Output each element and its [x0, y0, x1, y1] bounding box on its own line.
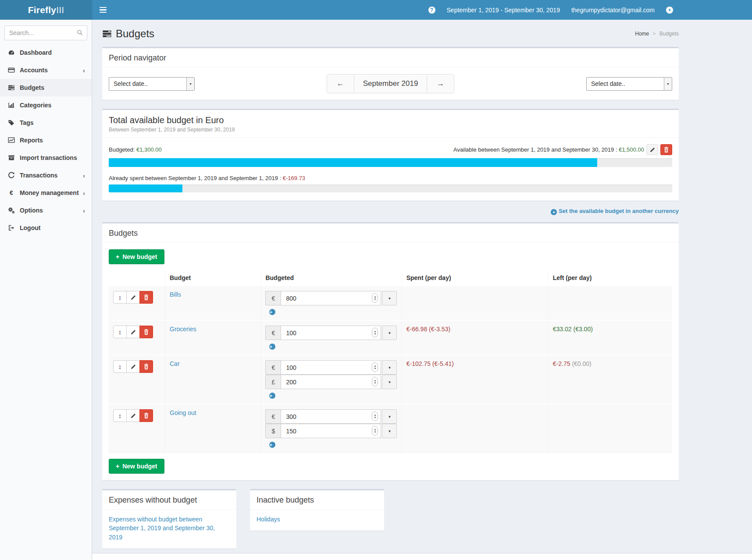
inactive-budget-link[interactable]: Holidays [257, 516, 280, 523]
number-spinner[interactable]: ▲▼ [372, 293, 378, 303]
edit-budget-button[interactable] [126, 291, 140, 304]
set-currency-link[interactable]: +Set the available budget in another cur… [551, 208, 679, 214]
sidebar-item-label: Transactions [20, 172, 57, 179]
move-budget-button[interactable]: ↕ [113, 291, 127, 304]
delete-budget-button[interactable] [139, 326, 153, 338]
move-budget-button[interactable]: ↕ [113, 409, 127, 422]
total-budget-title: Total available budget in Euro [109, 115, 672, 125]
currency-dropdown-button[interactable]: ▾ [382, 291, 397, 305]
search-input[interactable] [4, 25, 87, 40]
number-spinner[interactable]: ▲▼ [372, 411, 378, 421]
footer: Firefly III Version 4.8.1.1 [92, 553, 752, 560]
sidebar-item-import[interactable]: Import transactions [0, 149, 92, 167]
sidebar-item-options[interactable]: Options ‹ [0, 202, 92, 219]
budget-amount-input[interactable] [281, 360, 381, 375]
date-range-button[interactable]: September 1, 2019 - September 30, 2019 [441, 0, 566, 20]
sidebar-item-categories[interactable]: Categories [0, 96, 92, 114]
edit-available-button[interactable] [646, 144, 658, 155]
table-row-car: ↕ Car € ▲▼ ▾ [109, 355, 672, 404]
breadcrumb: Home > Budgets [635, 31, 679, 37]
start-date-select[interactable]: Select date.. ▾ [109, 77, 195, 91]
budget-amount-group: £ ▲▼ ▾ [265, 375, 397, 389]
move-budget-button[interactable]: ↕ [113, 360, 127, 373]
new-budget-button-top[interactable]: +New budget [109, 249, 164, 264]
period-button-group: ← September 2019 → [327, 74, 455, 93]
spent-value: €-102.75 (€-5.41) [402, 355, 548, 404]
budget-amount-input[interactable] [281, 375, 381, 389]
dashboard-icon [7, 49, 16, 56]
new-transaction-button[interactable]: + [660, 0, 679, 20]
left-value: €-2.75 (€0.00) [548, 355, 672, 404]
current-period-button[interactable]: September 2019 [354, 74, 428, 93]
move-budget-button[interactable]: ↕ [113, 326, 127, 338]
budget-amount-input[interactable] [281, 424, 381, 438]
help-button[interactable]: ? [423, 0, 441, 20]
credit-card-icon [7, 67, 16, 74]
currency-dropdown-button[interactable]: ▾ [382, 326, 397, 340]
column-header-budget: Budget [165, 270, 261, 286]
budgeted-amount: €1,300.00 [136, 146, 162, 153]
refresh-icon [7, 172, 16, 179]
budget-name-link[interactable]: Car [170, 360, 180, 367]
delete-budget-button[interactable] [139, 360, 153, 373]
budgets-box: Budgets +New budget Budget Budgeted Spen… [102, 222, 679, 480]
previous-period-button[interactable]: ← [327, 74, 354, 93]
currency-addon: £ [265, 375, 281, 389]
sidebar-item-accounts[interactable]: Accounts ‹ [0, 61, 92, 79]
currency-dropdown-button[interactable]: ▾ [382, 375, 397, 389]
delete-budget-button[interactable] [139, 409, 153, 422]
sidebar-item-reports[interactable]: Reports [0, 131, 92, 149]
euro-icon: € [7, 189, 16, 196]
new-budget-button-bottom[interactable]: +New budget [109, 459, 164, 474]
sidebar-item-tags[interactable]: Tags [0, 114, 92, 131]
budget-amount-group: € ▲▼ ▾ [265, 291, 397, 305]
end-date-select[interactable]: Select date.. ▾ [586, 77, 672, 91]
already-spent-label: Already spent between September 1, 2019 … [109, 175, 672, 181]
delete-available-button[interactable] [660, 144, 672, 155]
search-icon[interactable] [77, 29, 83, 36]
budget-amount-input[interactable] [281, 409, 381, 424]
sidebar-item-dashboard[interactable]: Dashboard [0, 44, 92, 61]
expenses-without-budget-link[interactable]: Expenses without budget between Septembe… [109, 516, 215, 541]
add-amount-icon[interactable]: + [269, 344, 275, 350]
sidebar-item-budgets[interactable]: Budgets [0, 79, 92, 96]
content-wrapper: Budgets Home > Budgets Period navigator … [92, 20, 752, 553]
edit-budget-button[interactable] [126, 326, 140, 338]
left-value: €33.02 (€3.00) [548, 320, 672, 355]
number-spinner[interactable]: ▲▼ [372, 328, 378, 337]
sidebar-item-money-management[interactable]: € Money management ‹ [0, 184, 92, 202]
next-period-button[interactable]: → [427, 74, 454, 93]
add-amount-icon[interactable]: + [269, 442, 275, 448]
edit-budget-button[interactable] [126, 360, 140, 373]
budget-amount-input[interactable] [281, 291, 381, 305]
add-amount-icon[interactable]: + [269, 393, 275, 399]
number-spinner[interactable]: ▲▼ [372, 377, 378, 386]
total-budget-box: Total available budget in Euro Between S… [102, 109, 679, 201]
currency-dropdown-button[interactable]: ▾ [382, 424, 397, 438]
app-logo[interactable]: FireflyIII [0, 0, 92, 20]
budgets-tasks-icon [7, 84, 16, 91]
currency-dropdown-button[interactable]: ▾ [382, 409, 397, 424]
breadcrumb-home-link[interactable]: Home [635, 31, 649, 37]
sidebar-item-label: Categories [20, 102, 51, 109]
sidebar-item-logout[interactable]: Logout [0, 219, 92, 237]
number-spinner[interactable]: ▲▼ [372, 426, 378, 436]
budget-name-link[interactable]: Bills [170, 291, 181, 298]
sidebar-item-transactions[interactable]: Transactions ‹ [0, 167, 92, 184]
budget-amount-input[interactable] [281, 326, 381, 340]
currency-dropdown-button[interactable]: ▾ [382, 360, 397, 375]
period-navigator-box: Period navigator Select date.. ▾ ← Septe… [102, 47, 679, 100]
sidebar-item-label: Dashboard [20, 49, 52, 56]
user-menu-button[interactable]: thegrumpydictator@gmail.com [566, 0, 660, 20]
inactive-box-title: Inactive budgets [257, 496, 314, 504]
sidebar-toggle-icon[interactable] [92, 0, 114, 20]
line-chart-icon [7, 137, 16, 144]
delete-budget-button[interactable] [139, 291, 153, 304]
number-spinner[interactable]: ▲▼ [372, 362, 378, 372]
sidebar-item-label: Money management [20, 189, 79, 196]
add-amount-icon[interactable]: + [269, 309, 275, 315]
budget-name-link[interactable]: Groceries [170, 326, 196, 333]
sidebar-item-label: Reports [20, 137, 43, 144]
edit-budget-button[interactable] [126, 409, 140, 422]
budget-name-link[interactable]: Going out [170, 409, 196, 416]
